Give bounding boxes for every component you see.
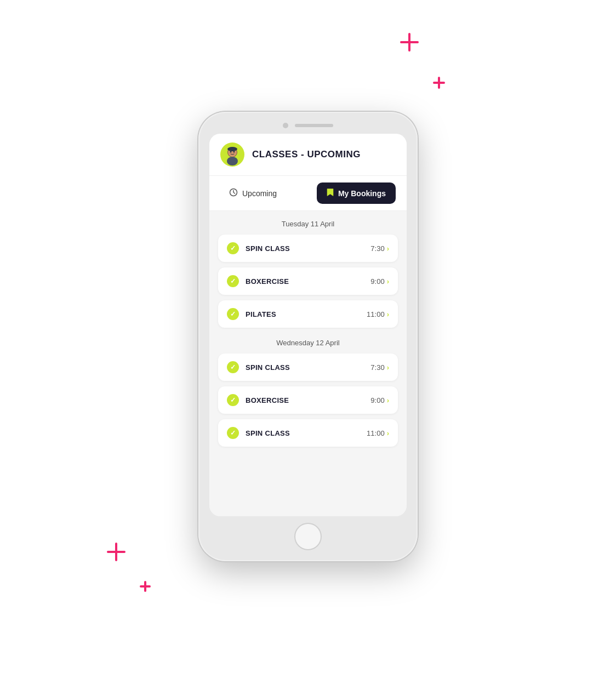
classes-list: Tuesday 11 April SPIN CLASS 7:30 › <box>209 211 407 466</box>
class-name: SPIN CLASS <box>246 244 290 253</box>
sparkle-top-right-large <box>400 33 419 54</box>
check-icon <box>227 242 239 254</box>
class-name: SPIN CLASS <box>246 429 290 437</box>
svg-point-12 <box>230 151 232 153</box>
tab-bookings-label: My Bookings <box>338 189 386 198</box>
day-section-tuesday: Tuesday 11 April SPIN CLASS 7:30 › <box>218 220 398 328</box>
svg-rect-4 <box>115 543 117 561</box>
class-item-boxercise-tue[interactable]: BOXERCISE 9:00 › <box>218 267 398 295</box>
phone-screen: CLASSES - UPCOMING Upcoming <box>209 134 407 516</box>
class-item-boxercise-wed[interactable]: BOXERCISE 9:00 › <box>218 386 398 414</box>
class-right: 7:30 › <box>370 363 389 372</box>
avatar <box>220 142 244 167</box>
screen-header: CLASSES - UPCOMING <box>209 134 407 176</box>
class-left: SPIN CLASS <box>227 242 290 254</box>
sparkle-bottom-left-small <box>140 581 151 594</box>
class-time: 7:30 <box>370 363 384 372</box>
class-item-pilates-tue[interactable]: PILATES 11:00 › <box>218 300 398 328</box>
class-name: BOXERCISE <box>246 396 289 404</box>
svg-rect-0 <box>408 33 410 52</box>
tab-upcoming[interactable]: Upcoming <box>220 184 317 203</box>
chevron-icon: › <box>387 277 389 286</box>
class-time: 9:00 <box>370 277 384 286</box>
class-name: PILATES <box>246 310 276 318</box>
class-right: 7:30 › <box>370 244 389 253</box>
check-icon <box>227 394 239 406</box>
svg-rect-5 <box>107 551 126 553</box>
tab-upcoming-label: Upcoming <box>242 189 277 198</box>
class-right: 9:00 › <box>370 396 389 404</box>
day-label-wednesday: Wednesday 12 April <box>218 339 398 347</box>
class-item-spin-tue[interactable]: SPIN CLASS 7:30 › <box>218 235 398 262</box>
day-label-tuesday: Tuesday 11 April <box>218 220 398 228</box>
phone-speaker <box>295 124 333 127</box>
sparkle-bottom-left-large <box>107 543 126 563</box>
class-left: SPIN CLASS <box>227 427 290 439</box>
class-item-spin-wed[interactable]: SPIN CLASS 7:30 › <box>218 353 398 381</box>
class-right: 9:00 › <box>370 277 389 286</box>
chevron-icon: › <box>387 363 389 372</box>
day-section-wednesday: Wednesday 12 April SPIN CLASS 7:30 › <box>218 339 398 447</box>
check-icon <box>227 427 239 439</box>
bookmark-icon <box>327 188 334 198</box>
class-left: PILATES <box>227 308 276 320</box>
phone-notch <box>209 123 407 128</box>
screen-content: CLASSES - UPCOMING Upcoming <box>209 134 407 516</box>
class-item-spin2-wed[interactable]: SPIN CLASS 11:00 › <box>218 419 398 447</box>
class-right: 11:00 › <box>367 429 389 437</box>
class-name: BOXERCISE <box>246 277 289 286</box>
svg-rect-7 <box>140 585 151 588</box>
phone-home-button[interactable] <box>294 523 322 550</box>
svg-rect-6 <box>144 581 146 592</box>
phone-camera <box>283 123 288 128</box>
chevron-icon: › <box>387 244 389 253</box>
tab-bar: Upcoming My Bookings <box>209 176 407 211</box>
svg-point-10 <box>227 157 238 166</box>
svg-point-13 <box>233 151 235 153</box>
check-icon <box>227 361 239 373</box>
phone-frame: CLASSES - UPCOMING Upcoming <box>198 112 418 561</box>
svg-rect-1 <box>400 41 419 43</box>
svg-rect-3 <box>433 82 445 84</box>
svg-point-14 <box>227 147 237 151</box>
sparkle-top-right-small <box>433 77 445 91</box>
class-name: SPIN CLASS <box>246 363 290 372</box>
svg-rect-2 <box>438 77 440 89</box>
class-right: 11:00 › <box>367 310 389 318</box>
clock-icon <box>229 188 238 199</box>
tab-my-bookings[interactable]: My Bookings <box>317 182 396 204</box>
class-time: 11:00 <box>367 310 385 318</box>
check-icon <box>227 308 239 320</box>
class-left: BOXERCISE <box>227 275 289 287</box>
class-time: 9:00 <box>370 396 384 404</box>
chevron-icon: › <box>387 396 389 404</box>
class-left: SPIN CLASS <box>227 361 290 373</box>
class-time: 11:00 <box>367 429 385 437</box>
chevron-icon: › <box>387 429 389 437</box>
class-time: 7:30 <box>370 244 384 253</box>
class-left: BOXERCISE <box>227 394 289 406</box>
chevron-icon: › <box>387 310 389 318</box>
page-title: CLASSES - UPCOMING <box>252 149 361 160</box>
check-icon <box>227 275 239 287</box>
